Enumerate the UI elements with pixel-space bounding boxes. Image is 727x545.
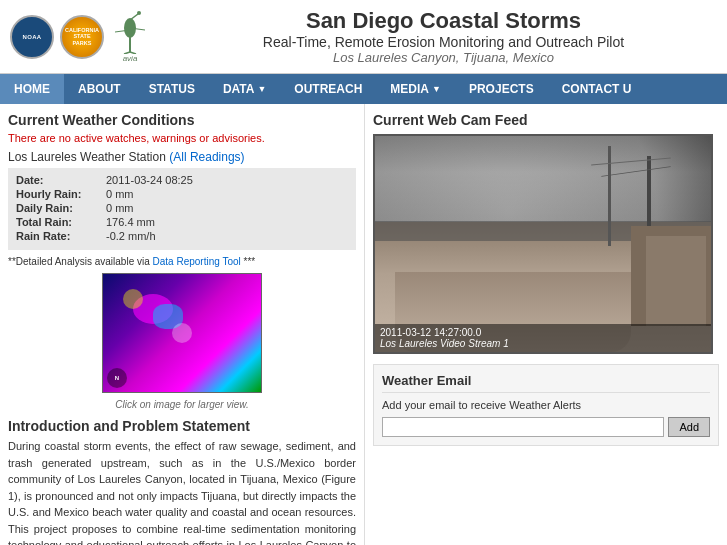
logo-group: NOAA CALIFORNIASTATEPARKS avia — [10, 10, 170, 63]
main-nav: HOME ABOUT STATUS DATA ▼ OUTREACH MEDIA … — [0, 74, 727, 104]
webcam-timestamp: 2011-03-12 14:27:00.0 — [380, 327, 706, 338]
rate-label: Rain Rate: — [16, 230, 106, 242]
webcam-overlay: 2011-03-12 14:27:00.0 Los Laureles Video… — [375, 324, 711, 352]
webcam-container: 2011-03-12 14:27:00.0 Los Laureles Video… — [373, 134, 719, 354]
data-arrow-icon: ▼ — [257, 84, 266, 94]
webcam-image[interactable]: 2011-03-12 14:27:00.0 Los Laureles Video… — [373, 134, 713, 354]
site-subtitle: Real-Time, Remote Erosion Monitoring and… — [170, 34, 717, 50]
noaa-logo: NOAA — [10, 15, 54, 59]
daily-value: 0 mm — [106, 202, 134, 214]
email-section-title: Weather Email — [382, 373, 710, 393]
nav-data[interactable]: DATA ▼ — [209, 74, 280, 104]
weather-total-row: Total Rain: 176.4 mm — [16, 216, 348, 228]
radar-image[interactable]: N — [102, 273, 262, 393]
date-value: 2011-03-24 08:25 — [106, 174, 193, 186]
email-add-button[interactable]: Add — [668, 417, 710, 437]
email-description: Add your email to receive Weather Alerts — [382, 399, 710, 411]
page-header: NOAA CALIFORNIASTATEPARKS avia San Diego… — [0, 0, 727, 74]
weather-date-row: Date: 2011-03-24 08:25 — [16, 174, 348, 186]
weather-daily-row: Daily Rain: 0 mm — [16, 202, 348, 214]
avia-label: avia — [123, 54, 138, 63]
hourly-label: Hourly Rain: — [16, 188, 106, 200]
webcam-title: Current Web Cam Feed — [373, 112, 719, 128]
data-tool-suffix: *** — [244, 256, 256, 267]
left-column: Current Weather Conditions There are no … — [0, 104, 365, 545]
main-content: Current Weather Conditions There are no … — [0, 104, 727, 545]
total-label: Total Rain: — [16, 216, 106, 228]
right-column: Current Web Cam Feed — [365, 104, 727, 545]
media-arrow-icon: ▼ — [432, 84, 441, 94]
california-logo: CALIFORNIASTATEPARKS — [60, 15, 104, 59]
daily-label: Daily Rain: — [16, 202, 106, 214]
intro-title: Introduction and Problem Statement — [8, 418, 356, 434]
radar-section: N Click on image for larger view. — [8, 273, 356, 410]
data-tool-prefix: **Detailed Analysis available via — [8, 256, 150, 267]
total-value: 176.4 mm — [106, 216, 155, 228]
weather-hourly-row: Hourly Rain: 0 mm — [16, 188, 348, 200]
station-title: Los Laureles Weather Station (All Readin… — [8, 150, 356, 164]
intro-text: During coastal storm events, the effect … — [8, 438, 356, 545]
weather-warning: There are no active watches, warnings or… — [8, 132, 356, 144]
svg-point-3 — [137, 11, 141, 15]
webcam-stream-label: Los Laureles Video Stream 1 — [380, 338, 706, 349]
email-input[interactable] — [382, 417, 664, 437]
data-tool-info: **Detailed Analysis available via Data R… — [8, 256, 356, 267]
radar-caption: Click on image for larger view. — [8, 399, 356, 410]
weather-rate-row: Rain Rate: -0.2 mm/h — [16, 230, 348, 242]
hourly-value: 0 mm — [106, 188, 134, 200]
date-label: Date: — [16, 174, 106, 186]
station-name: Los Laureles Weather Station — [8, 150, 166, 164]
email-section: Weather Email Add your email to receive … — [373, 364, 719, 446]
nav-outreach[interactable]: OUTREACH — [280, 74, 376, 104]
site-title: San Diego Coastal Storms — [170, 8, 717, 34]
nav-media[interactable]: MEDIA ▼ — [376, 74, 455, 104]
site-title-block: San Diego Coastal Storms Real-Time, Remo… — [170, 8, 717, 65]
station-readings-link[interactable]: (All Readings) — [169, 150, 244, 164]
data-tool-link[interactable]: Data Reporting Tool — [153, 256, 241, 267]
nav-status[interactable]: STATUS — [135, 74, 209, 104]
rate-value: -0.2 mm/h — [106, 230, 156, 242]
bird-logo: avia — [110, 10, 150, 63]
nav-home[interactable]: HOME — [0, 74, 64, 104]
email-form: Add — [382, 417, 710, 437]
svg-line-2 — [130, 14, 138, 20]
nav-about[interactable]: ABOUT — [64, 74, 135, 104]
site-location: Los Laureles Canyon, Tijuana, Mexico — [170, 50, 717, 65]
nav-contact[interactable]: CONTACT U — [548, 74, 646, 104]
weather-data-table: Date: 2011-03-24 08:25 Hourly Rain: 0 mm… — [8, 168, 356, 250]
nav-projects[interactable]: PROJECTS — [455, 74, 548, 104]
weather-section-title: Current Weather Conditions — [8, 112, 356, 128]
